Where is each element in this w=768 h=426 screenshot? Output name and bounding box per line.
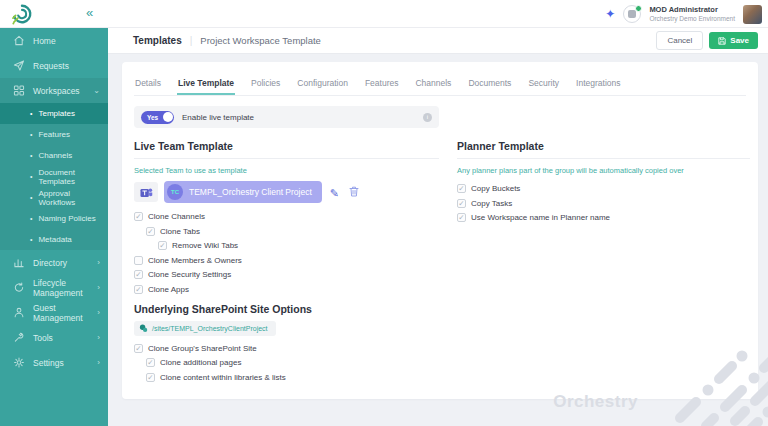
info-icon[interactable]: i — [423, 113, 432, 122]
orchestry-logo[interactable] — [0, 3, 44, 25]
checkbox[interactable]: ✓ — [457, 184, 466, 193]
bullet-icon: • — [30, 131, 32, 138]
checkbox[interactable]: ✓ — [134, 212, 143, 221]
sharepoint-options-title: Underlying SharePoint Site Options — [134, 303, 439, 315]
presence-dot-icon — [635, 5, 642, 12]
sidebar-item-tools[interactable]: Tools › — [0, 325, 108, 350]
tab-features[interactable]: Features — [364, 74, 400, 95]
checkbox-label: Clone Tabs — [160, 227, 200, 236]
edit-team-button[interactable]: ✎ — [328, 185, 341, 200]
checkbox[interactable]: ✓ — [134, 285, 143, 294]
sidebar-item-templates[interactable]: • Templates — [0, 103, 108, 124]
sidebar-item-approval-workflows[interactable]: • Approval Workflows — [0, 187, 108, 208]
checkbox[interactable]: ✓ — [146, 227, 155, 236]
app-status-icon[interactable] — [623, 5, 641, 23]
cancel-button[interactable]: Cancel — [656, 31, 703, 50]
breadcrumb-section[interactable]: Templates — [133, 35, 182, 46]
checkbox-label: Use Workspace name in Planner name — [471, 213, 610, 222]
checkbox-row-clone-channels: ✓ Clone Channels — [134, 212, 439, 221]
sidebar-item-label: Lifecycle Management — [33, 278, 97, 298]
sidebar-item-label: Home — [33, 36, 56, 46]
person-icon — [13, 307, 25, 318]
sidebar-item-settings[interactable]: Settings › — [0, 350, 108, 375]
toggle-state-label: Yes — [147, 114, 158, 121]
checkbox[interactable]: ✓ — [457, 199, 466, 208]
tab-policies[interactable]: Policies — [250, 74, 281, 95]
planner-note: Any planner plans part of the group will… — [457, 166, 750, 175]
checkbox-row-clone-apps: ✓ Clone Apps — [134, 285, 439, 294]
team-name: TEMPL_Orchestry Client Project — [189, 187, 312, 197]
sidebar-item-home[interactable]: Home — [0, 28, 108, 53]
tab-documents[interactable]: Documents — [467, 74, 512, 95]
checkbox-label: Copy Tasks — [471, 199, 512, 208]
sidebar-item-guest-management[interactable]: Guest Management › — [0, 300, 108, 325]
sidebar-subitem-label: Channels — [38, 151, 72, 160]
sidebar-item-lifecycle-management[interactable]: Lifecycle Management › — [0, 275, 108, 300]
checkbox-row-copy-tasks: ✓ Copy Tasks — [457, 199, 750, 208]
checkbox-label: Clone Members & Owners — [148, 256, 242, 265]
checkbox[interactable] — [134, 256, 143, 265]
save-button[interactable]: Save — [709, 32, 758, 49]
sidebar-item-features[interactable]: • Features — [0, 124, 108, 145]
checkbox[interactable]: ✓ — [146, 358, 155, 367]
chevron-right-icon: › — [97, 283, 100, 292]
sidebar-item-metadata[interactable]: • Metadata — [0, 229, 108, 250]
pencil-icon: ✎ — [330, 187, 339, 199]
checkbox-row-clone-content-libraries: ✓ Clone content within libraries & lists — [146, 373, 439, 382]
app-root: « ✦ MOD Administrator Orchestry Demo Env… — [0, 0, 768, 426]
sidebar-subitem-label: Document Templates — [38, 168, 108, 186]
enable-live-template-bar: Yes Enable live template i — [134, 106, 439, 128]
refresh-icon — [13, 282, 25, 293]
sharepoint-icon — [139, 324, 148, 333]
sidebar-item-naming-policies[interactable]: • Naming Policies — [0, 208, 108, 229]
grid-icon — [13, 85, 25, 96]
tab-configuration[interactable]: Configuration — [296, 74, 349, 95]
planner-template-title: Planner Template — [457, 140, 750, 159]
toggle-knob — [163, 112, 173, 122]
avatar[interactable] — [743, 5, 762, 24]
sharepoint-clone-options: ✓ Clone Group's SharePoint Site ✓ Clone … — [134, 344, 439, 382]
tab-details[interactable]: Details — [134, 74, 162, 95]
sidebar-item-document-templates[interactable]: • Document Templates — [0, 166, 108, 187]
sidebar-collapse-button[interactable]: « — [86, 5, 93, 20]
checkbox[interactable]: ✓ — [146, 373, 155, 382]
live-template-toggle[interactable]: Yes — [141, 111, 174, 124]
cube-icon — [628, 10, 636, 18]
checkbox-label: Clone Group's SharePoint Site — [148, 344, 257, 353]
sidebar-item-label: Requests — [33, 61, 69, 71]
tab-integrations[interactable]: Integrations — [575, 74, 621, 95]
tab-channels[interactable]: Channels — [414, 74, 452, 95]
selected-team-row: TC TEMPL_Orchestry Client Project ✎ — [134, 181, 439, 203]
sidebar-group-workspaces: Workspaces ⌄ • Templates • Features • Ch… — [0, 78, 108, 250]
sparkle-icon[interactable]: ✦ — [605, 8, 615, 20]
sharepoint-site-pill[interactable]: /sites/TEMPL_OrchestryClientProject — [134, 321, 276, 336]
user-environment: Orchestry Demo Environment — [649, 15, 735, 22]
sidebar-subitem-label: Templates — [38, 109, 74, 118]
sidebar-item-directory[interactable]: Directory › — [0, 250, 108, 275]
checkbox-label: Clone additional pages — [160, 358, 241, 367]
sidebar-item-channels[interactable]: • Channels — [0, 145, 108, 166]
checkbox[interactable]: ✓ — [158, 241, 167, 250]
sidebar-subitem-label: Approval Workflows — [38, 189, 108, 207]
team-avatar: TC — [167, 184, 183, 200]
tab-security[interactable]: Security — [527, 74, 560, 95]
sidebar-item-workspaces[interactable]: Workspaces ⌄ — [0, 78, 108, 103]
delete-team-button[interactable] — [347, 185, 361, 200]
checkbox-row-remove-wiki-tabs: ✓ Remove Wiki Tabs — [158, 241, 439, 250]
tab-live-template[interactable]: Live Template — [177, 74, 235, 95]
sidebar-item-label: Settings — [33, 358, 64, 368]
checkbox[interactable]: ✓ — [457, 213, 466, 222]
sidebar-item-requests[interactable]: Requests — [0, 53, 108, 78]
page-header: Templates | Project Workspace Template C… — [108, 28, 768, 54]
chart-bars-icon — [13, 257, 25, 268]
sidebar-item-label: Tools — [33, 333, 53, 343]
checkbox-label: Remove Wiki Tabs — [172, 241, 238, 250]
user-info[interactable]: MOD Administrator Orchestry Demo Environ… — [649, 6, 735, 22]
bullet-icon: • — [30, 236, 32, 243]
checkbox[interactable]: ✓ — [134, 344, 143, 353]
checkbox-row-use-workspace-name: ✓ Use Workspace name in Planner name — [457, 213, 750, 222]
checkbox-row-clone-additional-pages: ✓ Clone additional pages — [146, 358, 439, 367]
selected-team-pill[interactable]: TC TEMPL_Orchestry Client Project — [164, 181, 322, 203]
checkbox[interactable]: ✓ — [134, 270, 143, 279]
sharepoint-site-link: /sites/TEMPL_OrchestryClientProject — [152, 325, 268, 332]
